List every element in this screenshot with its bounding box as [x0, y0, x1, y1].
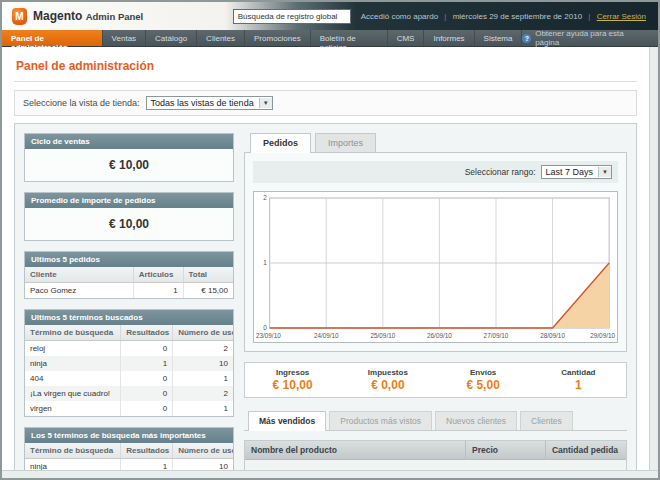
- last-search-terms-table: Término de búsqueda Resultados Número de…: [25, 325, 233, 416]
- tab-importes[interactable]: Importes: [315, 133, 376, 152]
- term-cell: ninja: [25, 459, 121, 471]
- help-link[interactable]: ? Obtener ayuda para esta página: [522, 30, 658, 46]
- nav-item-ventas[interactable]: Ventas: [103, 30, 146, 46]
- nav-list: Panel de administración Ventas Catálogo …: [2, 30, 522, 46]
- total-impuestos: Impuestos € 0,00: [340, 368, 435, 392]
- magento-admin-window: M Magento Admin Panel Accedió como apard…: [0, 0, 660, 480]
- column-header: Nombre del producto: [245, 441, 466, 459]
- column-header: Número de usos: [173, 325, 233, 341]
- store-view-value: Todas las vistas de tienda: [151, 98, 254, 108]
- table-row[interactable]: ninja 1 10: [25, 459, 233, 471]
- svg-text:28/09/10: 28/09/10: [540, 332, 565, 339]
- total-value: € 0,00: [340, 378, 435, 392]
- store-view-label: Seleccione la vista de tienda:: [23, 98, 140, 108]
- svg-text:25/09/10: 25/09/10: [370, 332, 395, 339]
- nav-item-boletin[interactable]: Boletín de noticias: [311, 30, 388, 46]
- header-date: miércoles 29 de septiembre de 2010: [453, 12, 582, 21]
- header-right: Accedió como apardo | miércoles 29 de se…: [233, 9, 658, 24]
- total-cantidad: Cantidad 1: [531, 368, 626, 392]
- results-cell: 1: [121, 459, 173, 471]
- total-label: Ingresos: [245, 368, 340, 377]
- logo-brand: Magento: [33, 9, 82, 23]
- nav-item-catalogo[interactable]: Catálogo: [146, 30, 197, 46]
- table-row[interactable]: ¡La virgen que cuadro! 0 2: [25, 386, 233, 401]
- customer-cell: Paco Gomez: [25, 283, 133, 299]
- column-header: Término de búsqueda: [25, 325, 121, 341]
- nav-item-promociones[interactable]: Promociones: [245, 30, 311, 46]
- table-header-row: Cliente Articulos Total: [25, 267, 233, 283]
- main-nav: Panel de administración Ventas Catálogo …: [2, 30, 658, 47]
- chevron-down-icon: ▼: [259, 98, 272, 108]
- bottom-strip: [2, 470, 658, 478]
- magento-logo-text: Magento Admin Panel: [33, 9, 143, 23]
- chevron-down-icon: ▼: [598, 167, 611, 177]
- last-orders-box: Ultimos 5 pedidos Cliente Articulos Tota…: [24, 251, 234, 299]
- body-wrapper: Panel de administración Seleccione la vi…: [2, 47, 658, 470]
- logo-suffix: Admin Panel: [86, 11, 144, 22]
- logout-link[interactable]: Cerrar Sesión: [597, 12, 646, 21]
- results-cell: 0: [121, 401, 173, 416]
- dashboard-right-column: Pedidos Importes Seleccionar rango: Last…: [244, 133, 627, 470]
- tab-nuevos-clientes[interactable]: Nuevos clientes: [435, 411, 517, 430]
- total-ingresos: Ingresos € 10,00: [245, 368, 340, 392]
- uses-cell: 2: [173, 341, 233, 357]
- svg-text:2: 2: [263, 194, 267, 201]
- content: Panel de administración Seleccione la vi…: [2, 47, 649, 470]
- lifetime-sales-title: Ciclo de ventas: [25, 134, 233, 149]
- average-orders-value: € 10,00: [25, 208, 233, 240]
- nav-item-clientes[interactable]: Clientes: [197, 30, 245, 46]
- lifetime-sales-value: € 10,00: [25, 149, 233, 181]
- total-value: 1: [531, 378, 626, 392]
- magento-logo: M Magento Admin Panel: [2, 8, 143, 25]
- items-cell: 1: [133, 283, 183, 299]
- nav-item-sistema[interactable]: Sistema: [475, 30, 523, 46]
- store-view-select[interactable]: Todas las vistas de tienda ▼: [146, 96, 273, 110]
- uses-cell: 10: [173, 459, 233, 471]
- nav-item-dashboard[interactable]: Panel de administración: [2, 30, 103, 46]
- range-value: Last 7 Days: [546, 167, 594, 177]
- nav-item-informes[interactable]: Informes: [424, 30, 474, 46]
- tab-productos-mas-vistos[interactable]: Productos más vistos: [329, 411, 432, 430]
- tab-pedidos[interactable]: Pedidos: [250, 133, 311, 153]
- table-row[interactable]: Paco Gomez 1 € 15,00: [25, 283, 233, 299]
- term-cell: ¡La virgen que cuadro!: [25, 386, 121, 401]
- meta-separator: |: [444, 12, 446, 21]
- results-cell: 1: [121, 356, 173, 371]
- range-bar: Seleccionar rango: Last 7 Days ▼: [253, 161, 618, 183]
- total-label: Cantidad: [531, 368, 626, 377]
- table-row[interactable]: 404 0 1: [25, 371, 233, 386]
- global-search-input[interactable]: [233, 9, 351, 24]
- top-search-terms-table: Término de búsqueda Resultados Número de…: [25, 443, 233, 470]
- range-label: Seleccionar rango:: [465, 167, 536, 177]
- table-row[interactable]: virgen 0 1: [25, 401, 233, 416]
- lifetime-sales-box: Ciclo de ventas € 10,00: [24, 133, 234, 182]
- range-select[interactable]: Last 7 Days ▼: [541, 165, 612, 179]
- table-row[interactable]: ninja 1 10: [25, 356, 233, 371]
- header: M Magento Admin Panel Accedió como apard…: [2, 2, 658, 30]
- nav-item-cms[interactable]: CMS: [388, 30, 425, 46]
- logged-in-as: Accedió como apardo: [361, 12, 438, 21]
- svg-text:27/09/10: 27/09/10: [484, 332, 509, 339]
- orders-chart-svg: 23/09/1024/09/1025/09/1026/09/1027/09/10…: [254, 192, 617, 342]
- grid-empty-message: No se encontraron registros.: [245, 460, 626, 470]
- term-cell: reloj: [25, 341, 121, 357]
- tab-clientes[interactable]: Clientes: [520, 411, 573, 430]
- last-search-terms-title: Ultimos 5 términos buscados: [25, 310, 233, 325]
- total-value: € 5,00: [436, 378, 531, 392]
- column-header: Resultados: [121, 325, 173, 341]
- total-label: Envíos: [436, 368, 531, 377]
- scrollbar-gutter[interactable]: [649, 47, 658, 470]
- total-value: € 10,00: [245, 378, 340, 392]
- column-header: Precio: [466, 441, 546, 459]
- store-view-bar: Seleccione la vista de tienda: Todas las…: [14, 90, 637, 116]
- tab-mas-vendidos[interactable]: Más vendidos: [248, 411, 326, 431]
- results-cell: 0: [121, 341, 173, 357]
- svg-text:24/09/10: 24/09/10: [314, 332, 339, 339]
- orders-chart: 23/09/1024/09/1025/09/1026/09/1027/09/10…: [253, 191, 618, 343]
- svg-text:26/09/10: 26/09/10: [427, 332, 452, 339]
- grid-tabs: Más vendidos Productos más vistos Nuevos…: [244, 411, 627, 431]
- table-header-row: Término de búsqueda Resultados Número de…: [25, 443, 233, 459]
- term-cell: 404: [25, 371, 121, 386]
- table-row[interactable]: reloj 0 2: [25, 341, 233, 357]
- column-header: Articulos: [133, 267, 183, 283]
